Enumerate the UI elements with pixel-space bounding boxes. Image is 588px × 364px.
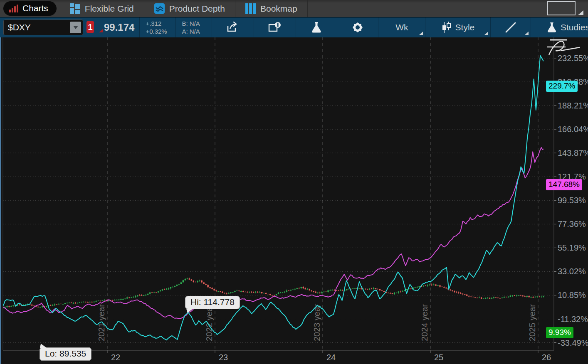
svg-text:25: 25 [434,353,443,362]
tab-flexible-grid-label: Flexible Grid [85,4,134,14]
svg-text:99.53%: 99.53% [558,196,586,205]
share-button[interactable] [212,17,254,37]
gear-icon [351,21,364,34]
timeframe-label: Wk [395,22,408,32]
badge-caret-icon [99,29,103,32]
svg-text:188.21%: 188.21% [558,101,588,110]
chart-settings-button[interactable] [337,17,378,37]
studies-label: Studies [561,22,588,32]
window-layout-button[interactable] [547,1,576,15]
share-icon [226,22,240,33]
svg-text:-33.49%: -33.49% [558,338,588,347]
active-tab-pill: Charts [3,1,57,16]
svg-text:143.87%: 143.87% [558,148,588,157]
tab-bookmap[interactable]: Bookmap [235,0,308,17]
symbol-input[interactable]: $DXY [3,20,83,35]
depth-waves-icon [154,3,165,14]
cyan-series-price-label: 229.7% [546,81,578,92]
svg-text:2022 year: 2022 year [205,304,214,341]
svg-text:2024 year: 2024 year [420,304,429,341]
alert-badge-area[interactable]: 1 [83,17,103,37]
analyze-button[interactable] [296,17,337,37]
flask-icon [311,21,322,34]
price-change: +.312 +0.32% [140,20,175,35]
symbol-dropdown-button[interactable] [70,22,81,33]
change-percent: +0.32% [146,27,170,35]
tab-bar: Charts Flexible Grid Product Depth [0,0,588,17]
grid-icon [70,3,80,14]
panel-left-border [0,37,1,364]
ask-value: A: N/A [182,27,206,35]
magenta-series-price-label: 147.68% [546,179,582,190]
high-annotation-text: Hi: 114.778 [190,297,235,307]
bid-value: B: N/A [182,20,206,27]
dxy-series-price-label: 9.93% [546,327,573,338]
svg-text:2021 year: 2021 year [97,304,106,341]
svg-text:77.36%: 77.36% [558,219,586,229]
chart-area: 232.55%210.38%188.21%166.04%143.87%121.7… [0,37,588,364]
low-annotation: Lo: 89.535 [40,347,91,361]
svg-text:24: 24 [326,353,336,362]
tab-charts[interactable]: Charts [0,0,60,17]
svg-text:166.04%: 166.04% [558,125,588,134]
last-price: 99.174 [103,22,139,33]
tab-charts-label: Charts [22,3,48,13]
svg-text:55.19%: 55.19% [558,243,586,252]
timeframe-button[interactable]: Wk [378,17,425,37]
studies-button[interactable]: Studies [531,17,588,37]
corner-resize-icon[interactable] [578,10,583,15]
chart-toolbar: $DXY 1 99.174 +.312 +0.32% B: N/A A: N/A [0,17,588,37]
chevron-caret-icon [484,32,488,35]
chevron-caret-icon [525,32,529,35]
symbol-text[interactable]: $DXY [4,22,70,32]
note-info-icon [268,22,282,33]
tab-flexible-grid[interactable]: Flexible Grid [60,0,144,17]
candle-style-icon [442,21,452,34]
svg-text:23: 23 [219,353,228,362]
tab-product-depth[interactable]: Product Depth [144,0,235,17]
chart-menu-icon[interactable] [546,37,586,57]
svg-text:26: 26 [542,353,551,362]
studies-flask-icon [547,21,557,34]
style-button[interactable]: Style [425,17,490,37]
change-value: +.312 [146,20,170,27]
chevron-down-icon [73,26,78,29]
high-annotation: Hi: 114.778 [185,296,240,309]
drawing-tools-button[interactable] [491,17,531,37]
tab-product-depth-label: Product Depth [169,4,225,14]
bar-chart-icon [9,5,18,12]
chevron-caret-icon [419,32,423,35]
svg-text:10.85%: 10.85% [558,290,586,300]
tab-bar-spacer [308,0,588,17]
svg-text:-11.32%: -11.32% [558,315,588,324]
bid-ask: B: N/A A: N/A [176,20,212,35]
alert-count-badge[interactable]: 1 [86,21,94,33]
chart-describe-button[interactable] [254,17,296,37]
style-label: Style [455,22,475,32]
columns-icon [245,3,256,14]
svg-text:2025 year: 2025 year [528,304,537,341]
svg-text:22: 22 [111,353,120,362]
trendline-icon [504,21,517,34]
low-annotation-text: Lo: 89.535 [45,349,86,358]
tab-bookmap-label: Bookmap [260,4,297,14]
svg-text:33.02%: 33.02% [558,267,586,276]
price-chart[interactable]: 232.55%210.38%188.21%166.04%143.87%121.7… [0,37,588,364]
app-window: Charts Flexible Grid Product Depth [0,0,588,364]
